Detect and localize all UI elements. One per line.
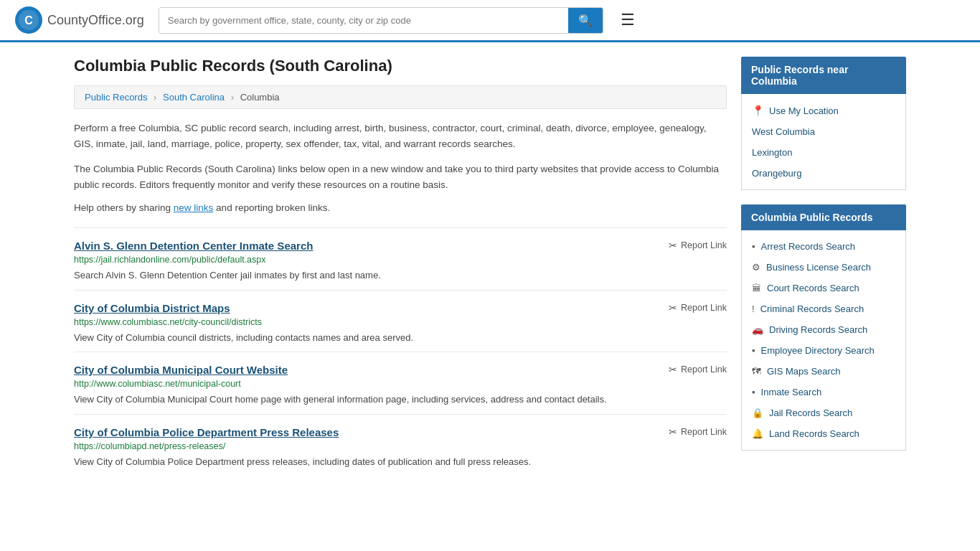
nearby-place-1[interactable]: Lexington — [742, 142, 905, 163]
main-content: Columbia Public Records (South Carolina)… — [74, 57, 727, 476]
record-item: City of Columbia Police Department Press… — [74, 414, 727, 476]
record-url[interactable]: http://www.columbiasc.net/municipal-cour… — [74, 379, 727, 389]
arrest-icon: ▪ — [752, 241, 755, 252]
use-location-link[interactable]: Use My Location — [769, 105, 839, 116]
breadcrumb-south-carolina[interactable]: South Carolina — [163, 92, 225, 103]
sidebar-item-arrest[interactable]: ▪ Arrest Records Search — [742, 236, 905, 257]
gear-icon: ⚙ — [752, 262, 760, 273]
nearby-section: Public Records near Columbia 📍 Use My Lo… — [741, 57, 906, 190]
columbia-records-section: Columbia Public Records ▪ Arrest Records… — [741, 204, 906, 451]
nearby-header: Public Records near Columbia — [741, 57, 906, 94]
record-title[interactable]: City of Columbia Police Department Press… — [74, 426, 339, 438]
breadcrumb-public-records[interactable]: Public Records — [85, 92, 147, 103]
sidebar-item-business-license[interactable]: ⚙ Business License Search — [742, 257, 905, 278]
sidebar-item-court[interactable]: 🏛 Court Records Search — [742, 278, 905, 298]
columbia-records-header: Columbia Public Records — [741, 204, 906, 230]
logo[interactable]: C CountyOffice.org — [14, 6, 144, 34]
logo-text: CountyOffice.org — [47, 13, 144, 28]
court-icon: 🏛 — [752, 283, 761, 293]
search-button[interactable]: 🔍 — [568, 8, 603, 33]
report-link-2[interactable]: ✂ Report Link — [669, 364, 727, 375]
record-url[interactable]: https://www.columbiasc.net/city-council/… — [74, 317, 727, 327]
nearby-place-2[interactable]: Orangeburg — [742, 163, 905, 184]
record-desc: View City of Columbia council districts,… — [74, 331, 727, 345]
nearby-body: 📍 Use My Location West Columbia Lexingto… — [741, 94, 906, 190]
record-item: City of Columbia Municipal Court Website… — [74, 352, 727, 414]
record-desc: View City of Columbia Municipal Court ho… — [74, 392, 727, 407]
records-list: Alvin S. Glenn Detention Center Inmate S… — [74, 227, 727, 476]
new-links-link[interactable]: new links — [174, 202, 214, 213]
scissors-icon: ✂ — [669, 240, 677, 251]
record-desc: View City of Columbia Police Department … — [74, 455, 727, 469]
sidebar-item-jail[interactable]: 🔒 Jail Records Search — [742, 402, 905, 423]
record-title[interactable]: Alvin S. Glenn Detention Center Inmate S… — [74, 240, 313, 252]
logo-icon: C — [14, 6, 43, 34]
sidebar-item-land[interactable]: 🔔 Land Records Search — [742, 423, 905, 444]
columbia-records-body: ▪ Arrest Records Search ⚙ Business Licen… — [741, 230, 906, 451]
use-my-location[interactable]: 📍 Use My Location — [742, 100, 905, 121]
content-wrapper: Columbia Public Records (South Carolina)… — [60, 42, 920, 490]
sidebar-item-employee[interactable]: ▪ Employee Directory Search — [742, 340, 905, 361]
record-item: Alvin S. Glenn Detention Center Inmate S… — [74, 227, 727, 290]
report-link-1[interactable]: ✂ Report Link — [669, 302, 727, 314]
scissors-icon: ✂ — [669, 426, 677, 438]
record-url[interactable]: https://columbiapd.net/press-releases/ — [74, 441, 727, 451]
page-title: Columbia Public Records (South Carolina) — [74, 57, 727, 75]
record-item: City of Columbia District Maps ✂ Report … — [74, 290, 727, 352]
report-link-3[interactable]: ✂ Report Link — [669, 426, 727, 438]
hamburger-menu-button[interactable]: ☰ — [618, 8, 638, 32]
car-icon: 🚗 — [752, 324, 763, 335]
breadcrumb-columbia: Columbia — [240, 92, 280, 103]
inmate-icon: ▪ — [752, 387, 755, 397]
lock-icon: 🔒 — [752, 408, 763, 418]
location-pin-icon: 📍 — [752, 105, 764, 116]
map-icon: 🗺 — [752, 366, 761, 377]
scissors-icon: ✂ — [669, 302, 677, 314]
search-bar: 🔍 — [159, 7, 603, 34]
search-input[interactable] — [159, 8, 568, 33]
record-title[interactable]: City of Columbia District Maps — [74, 302, 230, 314]
record-url[interactable]: https://jail.richlandonline.com/public/d… — [74, 255, 727, 265]
bell-icon: 🔔 — [752, 428, 763, 439]
site-header: C CountyOffice.org 🔍 ☰ — [0, 0, 980, 42]
breadcrumb: Public Records › South Carolina › Columb… — [74, 85, 727, 109]
sidebar-item-inmate[interactable]: ▪ Inmate Search — [742, 382, 905, 402]
record-title[interactable]: City of Columbia Municipal Court Website — [74, 364, 288, 376]
record-desc: Search Alvin S. Glenn Detention Center j… — [74, 268, 727, 283]
sidebar-item-gis[interactable]: 🗺 GIS Maps Search — [742, 361, 905, 382]
report-link-0[interactable]: ✂ Report Link — [669, 240, 727, 251]
sidebar: Public Records near Columbia 📍 Use My Lo… — [741, 57, 906, 476]
third-party-text: The Columbia Public Records (South Carol… — [74, 161, 727, 192]
sidebar-item-driving[interactable]: 🚗 Driving Records Search — [742, 319, 905, 340]
intro-text: Perform a free Columbia, SC public recor… — [74, 121, 727, 151]
help-text: Help others by sharing new links and rep… — [74, 202, 727, 213]
scissors-icon: ✂ — [669, 364, 677, 375]
nearby-place-0[interactable]: West Columbia — [742, 121, 905, 142]
sidebar-item-criminal[interactable]: ! Criminal Records Search — [742, 298, 905, 319]
criminal-icon: ! — [752, 303, 755, 314]
svg-text:C: C — [24, 14, 33, 27]
employee-icon: ▪ — [752, 345, 755, 356]
